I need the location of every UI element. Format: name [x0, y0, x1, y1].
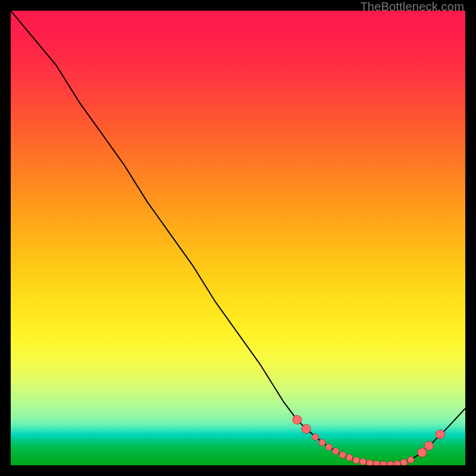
marker-dot — [424, 441, 433, 450]
marker-dot — [408, 456, 414, 463]
marker-dot — [312, 434, 318, 440]
marker-dot — [394, 461, 400, 465]
chart-stage: TheBottleneck.com — [0, 0, 476, 476]
marker-dot — [418, 448, 427, 457]
marker-dot — [302, 424, 311, 433]
marker-dot — [319, 439, 325, 446]
marker-dot — [436, 430, 444, 439]
marker-dot — [353, 457, 359, 464]
gradient-background — [11, 11, 465, 465]
marker-dot — [380, 461, 387, 465]
marker-dot — [367, 460, 373, 465]
marker-dot — [339, 452, 346, 458]
watermark: TheBottleneck.com — [360, 0, 464, 14]
bottleneck-chart — [11, 11, 465, 465]
marker-dot — [293, 415, 302, 424]
marker-dot — [333, 448, 339, 455]
marker-dot — [400, 459, 407, 465]
marker-dot — [360, 458, 367, 465]
marker-dot — [325, 444, 332, 450]
marker-dot — [374, 461, 380, 465]
marker-dot — [346, 455, 353, 461]
marker-dot — [387, 461, 393, 465]
